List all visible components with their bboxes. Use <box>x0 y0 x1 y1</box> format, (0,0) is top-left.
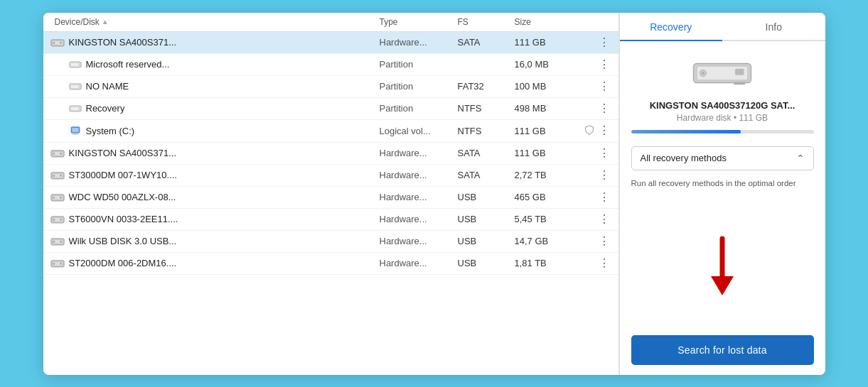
partition-name-text: System (C:) <box>86 126 135 136</box>
disk-name-text: ST6000VN 0033-2EE11.... <box>69 214 178 224</box>
disk-fs: USB <box>458 236 515 246</box>
disk-icon <box>50 236 65 246</box>
partition-name-text: NO NAME <box>86 81 129 92</box>
col-actions-header <box>586 17 611 27</box>
partition-size: 16,0 MB <box>515 59 586 70</box>
partition-row[interactable]: System (C:) Logical vol... NTFS 111 GB ⋮ <box>43 120 618 143</box>
disk-actions: ⋮ <box>586 37 611 48</box>
partition-name: Microsoft reserved... <box>69 59 380 70</box>
partition-icon <box>69 60 82 69</box>
svg-rect-13 <box>72 134 78 135</box>
svg-rect-40 <box>735 68 744 75</box>
disk-fs: SATA <box>458 37 515 48</box>
more-options-button[interactable]: ⋮ <box>597 148 611 159</box>
col-size-label: Size <box>515 17 531 27</box>
disk-size: 465 GB <box>515 192 586 202</box>
disk-name: Wilk USB DISK 3.0 USB... <box>50 236 380 246</box>
disk-size: 111 GB <box>515 148 586 158</box>
partition-icon <box>69 126 82 135</box>
more-options-button[interactable]: ⋮ <box>597 192 611 203</box>
partition-size: 111 GB <box>515 126 586 136</box>
svg-point-24 <box>53 196 55 198</box>
partition-row[interactable]: NO NAME Partition FAT32 100 MB ⋮ <box>43 76 618 98</box>
disk-name: KINGSTON SA400S371... <box>50 148 380 158</box>
disk-name-text: KINGSTON SA400S371... <box>69 37 177 48</box>
partition-icon <box>69 82 82 91</box>
partition-row[interactable]: Recovery Partition NTFS 498 MB ⋮ <box>43 98 618 120</box>
partition-size: 100 MB <box>515 81 586 92</box>
left-panel: Device/Disk ▲ Type FS Size <box>43 13 619 375</box>
partition-name: Recovery <box>69 103 380 114</box>
disk-type: Hardware... <box>380 236 458 246</box>
col-size-header: Size <box>515 17 586 27</box>
partition-type: Partition <box>380 59 458 70</box>
disk-name-text: ST2000DM 006-2DM16.... <box>69 258 177 268</box>
main-area: Device/Disk ▲ Type FS Size <box>43 13 825 375</box>
partition-name-text: Microsoft reserved... <box>86 59 170 70</box>
more-options-button[interactable]: ⋮ <box>597 37 611 48</box>
partition-type: Logical vol... <box>380 126 458 136</box>
progress-bar-fill <box>631 130 741 133</box>
svg-point-32 <box>53 240 55 242</box>
tab-recovery[interactable]: Recovery <box>620 13 723 41</box>
disk-icon <box>50 170 65 180</box>
svg-point-36 <box>53 262 55 264</box>
tab-info[interactable]: Info <box>722 13 825 41</box>
more-options-button[interactable]: ⋮ <box>597 214 611 225</box>
disk-icon <box>50 258 65 268</box>
disk-row[interactable]: KINGSTON SA400S371... Hardware... SATA 1… <box>43 32 618 54</box>
disk-size: 5,45 TB <box>515 214 586 224</box>
disk-size: 1,81 TB <box>515 258 586 268</box>
more-options-button[interactable]: ⋮ <box>597 103 611 114</box>
more-options-button[interactable]: ⋮ <box>597 59 611 70</box>
arrow-area <box>705 200 739 335</box>
disk-type: Hardware... <box>380 148 458 158</box>
more-options-button[interactable]: ⋮ <box>597 81 611 92</box>
right-panel: Recovery Info KIN <box>619 13 825 375</box>
chevron-down-icon: ⌃ <box>796 153 805 164</box>
more-options-button[interactable]: ⋮ <box>597 236 611 247</box>
col-type-header: Type <box>380 17 458 27</box>
table-header: Device/Disk ▲ Type FS Size <box>43 13 618 32</box>
partition-type: Partition <box>380 81 458 92</box>
disk-name-text: Wilk USB DISK 3.0 USB... <box>69 236 177 246</box>
partition-icon <box>69 104 82 113</box>
disk-name: ST6000VN 0033-2EE11.... <box>50 214 380 224</box>
disk-name: KINGSTON SA400S371... <box>50 37 380 48</box>
svg-rect-43 <box>734 82 745 85</box>
more-options-button[interactable]: ⋮ <box>597 125 611 136</box>
col-fs-label: FS <box>458 17 468 27</box>
partition-row[interactable]: Microsoft reserved... Partition 16,0 MB … <box>43 54 618 76</box>
partition-fs: FAT32 <box>458 81 515 92</box>
disk-row[interactable]: ST2000DM 006-2DM16.... Hardware... USB 1… <box>43 253 618 275</box>
disk-icon <box>50 38 65 48</box>
svg-marker-45 <box>711 276 734 295</box>
recovery-dropdown[interactable]: All recovery methods ⌃ <box>631 146 814 170</box>
disk-row[interactable]: WDC WD50 00AZLX-08... Hardware... USB 46… <box>43 187 618 209</box>
more-options-button[interactable]: ⋮ <box>597 258 611 269</box>
disk-size: 2,72 TB <box>515 170 586 180</box>
svg-point-28 <box>53 218 55 220</box>
disk-fs: USB <box>458 192 515 202</box>
partition-actions: ⋮ <box>586 125 611 137</box>
disk-icon <box>50 214 65 224</box>
disk-name: WDC WD50 00AZLX-08... <box>50 192 380 202</box>
disk-icon <box>50 148 65 158</box>
partition-name: System (C:) <box>69 126 380 136</box>
svg-point-2 <box>53 41 55 43</box>
more-options-button[interactable]: ⋮ <box>597 170 611 181</box>
partition-size: 498 MB <box>515 103 586 114</box>
disk-row[interactable]: Wilk USB DISK 3.0 USB... Hardware... USB… <box>43 231 618 253</box>
search-lost-data-button[interactable]: Search for lost data <box>631 335 814 365</box>
disk-fs: USB <box>458 258 515 268</box>
disk-list: KINGSTON SA400S371... Hardware... SATA 1… <box>43 32 618 275</box>
disk-row[interactable]: ST6000VN 0033-2EE11.... Hardware... USB … <box>43 209 618 231</box>
arrow-icon <box>705 235 739 299</box>
svg-point-42 <box>702 72 704 75</box>
disk-row[interactable]: KINGSTON SA400S371... Hardware... SATA 1… <box>43 143 618 165</box>
tabs-header: Recovery Info <box>620 13 825 41</box>
disk-fs: SATA <box>458 148 515 158</box>
partition-name-text: Recovery <box>86 103 125 114</box>
disk-actions: ⋮ <box>586 192 611 203</box>
disk-row[interactable]: ST3000DM 007-1WY10.... Hardware... SATA … <box>43 165 618 187</box>
